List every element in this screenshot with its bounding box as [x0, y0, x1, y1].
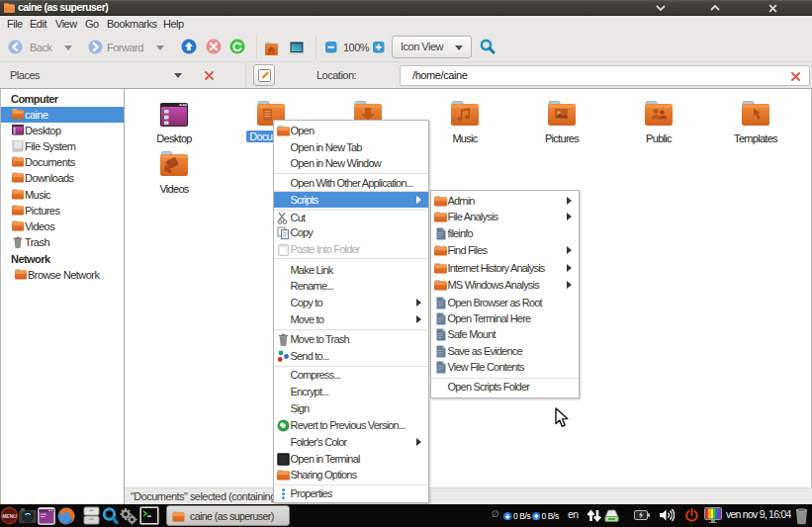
svg-text:MENU: MENU: [2, 513, 17, 519]
